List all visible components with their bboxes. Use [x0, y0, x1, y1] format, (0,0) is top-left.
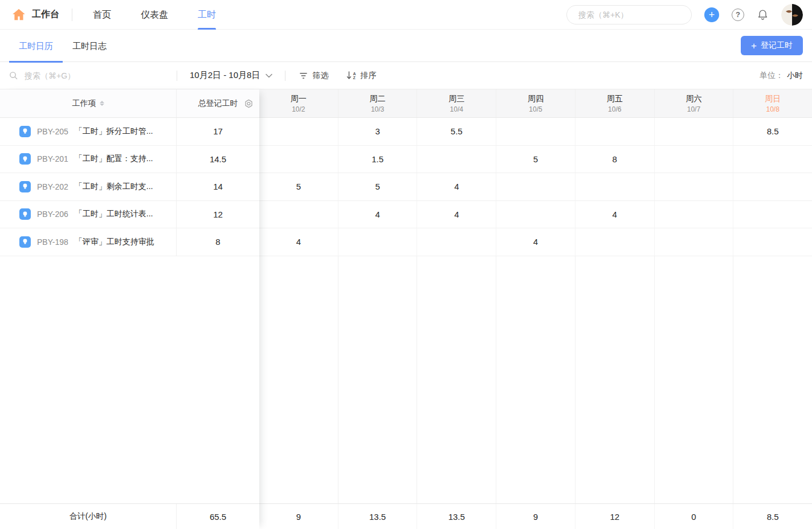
workspace-brand[interactable]: 工作台: [11, 7, 59, 22]
table-search[interactable]: [9, 71, 172, 80]
work-item-link[interactable]: PBY-201 「工时」配置：支持...: [0, 146, 177, 173]
total-hours-cell: 14: [177, 173, 259, 200]
summary-row-values: 9 13.5 13.5 9 12 0 8.5: [259, 503, 812, 529]
work-item-code: PBY-201: [37, 154, 68, 163]
hours-cell[interactable]: 5: [496, 146, 576, 173]
hours-cell[interactable]: [417, 228, 496, 256]
sort-az-icon: A Z: [346, 71, 356, 80]
hours-cell[interactable]: [655, 228, 734, 256]
hours-cell[interactable]: 4: [417, 201, 496, 228]
hours-cell[interactable]: [655, 118, 734, 145]
hours-cell[interactable]: 3: [338, 118, 418, 145]
work-item-code: PBY-198: [37, 237, 68, 247]
lightbulb-icon: [19, 153, 31, 165]
hours-cell[interactable]: 5.5: [417, 118, 496, 145]
filter-icon: [299, 72, 308, 80]
hours-cell[interactable]: [733, 228, 812, 256]
date-range-picker[interactable]: 10月2日 - 10月8日: [182, 70, 280, 81]
day-header-sun[interactable]: 周日10/8: [733, 89, 812, 117]
work-item-link[interactable]: PBY-202 「工时」剩余工时支...: [0, 173, 177, 200]
sort-button[interactable]: A Z 排序: [337, 71, 385, 81]
hours-cell[interactable]: [733, 201, 812, 228]
work-item-title: 「工时」工时统计表...: [75, 209, 153, 219]
hours-cell[interactable]: [655, 173, 734, 200]
table-row-values: 5 5 4: [259, 173, 812, 201]
hours-cell[interactable]: [496, 173, 576, 200]
table-row-values: 3 5.5 8.5: [259, 118, 812, 146]
day-header-tue[interactable]: 周二10/3: [338, 89, 418, 117]
summary-day-total: 13.5: [417, 504, 496, 529]
hours-cell[interactable]: 4: [259, 228, 338, 256]
work-item-title: 「工时」拆分工时管...: [75, 126, 153, 137]
hours-cell[interactable]: 8: [576, 146, 655, 173]
hours-cell[interactable]: 4: [338, 201, 418, 228]
hours-cell[interactable]: [496, 118, 576, 145]
hours-cell[interactable]: 4: [496, 228, 576, 256]
global-search-input[interactable]: [578, 10, 682, 19]
lightbulb-icon: [19, 208, 31, 220]
day-header-row: 周一10/2 周二10/3 周三10/4 周四10/5 周五10/6 周六10/…: [259, 89, 812, 118]
hours-cell[interactable]: 4: [417, 173, 496, 200]
work-item-title: 「评审」工时支持审批: [75, 237, 154, 247]
hours-cell[interactable]: [576, 228, 655, 256]
total-hours-cell: 12: [177, 201, 259, 228]
unit-label: 单位：: [760, 71, 784, 80]
day-header-wed[interactable]: 周三10/4: [417, 89, 496, 117]
hours-cell[interactable]: [417, 146, 496, 173]
summary-row-frozen: 合计(小时) 65.5: [0, 503, 259, 529]
sort-arrows-icon[interactable]: [100, 101, 104, 106]
nav-item-dashboard[interactable]: 仪表盘: [126, 0, 183, 30]
global-search[interactable]: [566, 5, 692, 24]
hours-cell[interactable]: 5: [338, 173, 418, 200]
hours-cell[interactable]: [496, 201, 576, 228]
work-item-link[interactable]: PBY-206 「工时」工时统计表...: [0, 201, 177, 228]
hours-cell[interactable]: 5: [259, 173, 338, 200]
hours-cell[interactable]: 8.5: [733, 118, 812, 145]
summary-label: 合计(小时): [0, 504, 177, 529]
create-plus-button[interactable]: +: [704, 7, 719, 22]
hours-cell[interactable]: [259, 118, 338, 145]
filter-button[interactable]: 筛选: [290, 71, 337, 81]
top-nav: 工作台 首页 仪表盘 工时 + ?: [0, 0, 812, 30]
hours-cell[interactable]: [733, 173, 812, 200]
unit-value[interactable]: 小时: [787, 71, 803, 80]
hours-cell[interactable]: [576, 173, 655, 200]
summary-day-total: 13.5: [338, 504, 418, 529]
hours-cell[interactable]: [655, 146, 734, 173]
help-icon[interactable]: ?: [732, 9, 744, 21]
lightbulb-icon: [19, 236, 31, 248]
summary-day-total: 9: [259, 504, 338, 529]
hours-cell[interactable]: [259, 146, 338, 173]
column-settings-icon[interactable]: [244, 99, 254, 108]
total-hours-cell: 8: [177, 228, 259, 256]
register-hours-button[interactable]: + 登记工时: [741, 36, 803, 55]
table-search-input[interactable]: [25, 71, 172, 80]
work-item-link[interactable]: PBY-198 「评审」工时支持审批: [0, 228, 177, 256]
tab-worklog-calendar[interactable]: 工时日历: [9, 30, 63, 62]
nav-item-home[interactable]: 首页: [78, 0, 126, 30]
hours-cell[interactable]: [259, 201, 338, 228]
day-header-sat[interactable]: 周六10/7: [655, 89, 734, 117]
hours-cell[interactable]: [655, 201, 734, 228]
user-avatar[interactable]: [781, 4, 803, 26]
notification-bell-icon[interactable]: [757, 9, 769, 21]
table-row: PBY-202 「工时」剩余工时支... 14: [0, 173, 259, 201]
day-header-thu[interactable]: 周四10/5: [496, 89, 576, 117]
day-header-fri[interactable]: 周五10/6: [576, 89, 655, 117]
sort-label: 排序: [360, 71, 376, 81]
tab-worklog-journal[interactable]: 工时日志: [63, 30, 116, 62]
day-columns-empty-area: [259, 256, 812, 504]
hours-cell[interactable]: [733, 146, 812, 173]
top-nav-right: + ?: [566, 4, 803, 26]
column-header-work-item[interactable]: 工作项: [0, 89, 177, 117]
table-row: PBY-201 「工时」配置：支持... 14.5: [0, 146, 259, 174]
nav-item-worklog[interactable]: 工时: [183, 0, 231, 30]
hours-cell[interactable]: [576, 118, 655, 145]
work-item-link[interactable]: PBY-205 「工时」拆分工时管...: [0, 118, 177, 145]
hours-cell[interactable]: 4: [576, 201, 655, 228]
summary-total: 65.5: [177, 504, 259, 529]
register-hours-label: 登记工时: [761, 40, 793, 51]
hours-cell[interactable]: 1.5: [338, 146, 418, 173]
day-header-mon[interactable]: 周一10/2: [259, 89, 338, 117]
hours-cell[interactable]: [338, 228, 418, 256]
